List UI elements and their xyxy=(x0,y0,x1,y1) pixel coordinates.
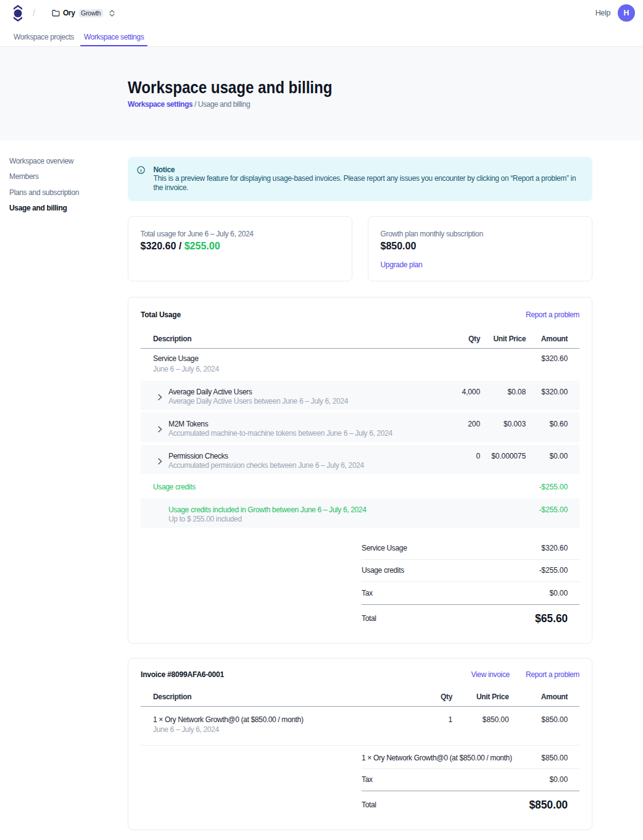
chevron-cell xyxy=(141,388,168,401)
column-qty: Qty xyxy=(403,692,452,701)
workspace-switcher[interactable]: Ory Growth xyxy=(52,9,115,17)
content: Notice This is a preview feature for dis… xyxy=(128,141,592,840)
ory-logo[interactable] xyxy=(14,5,22,22)
plan-stat-value: $850.00 xyxy=(381,239,581,253)
usage-credit-value: $255.00 xyxy=(185,241,220,251)
total-amount: $65.60 xyxy=(535,611,568,626)
summary-row-tax: Tax $0.00 xyxy=(362,582,579,605)
invoice-table-header: Description Qty Unit Price Amount xyxy=(141,688,579,707)
row-title: Permission Checks xyxy=(168,452,431,461)
row-unit-price: $0.003 xyxy=(480,420,526,429)
service-usage-row: Service Usage June 6 – July 6, 2024 $320… xyxy=(141,349,579,381)
page-header-band: Workspace usage and billing Workspace se… xyxy=(0,47,643,141)
total-usage-card: Total Usage Report a problem Description… xyxy=(128,297,592,644)
row-qty: 1 xyxy=(403,715,452,725)
summary-amount: $0.00 xyxy=(549,775,568,784)
folder-icon xyxy=(52,9,60,17)
total-label: Total xyxy=(362,614,376,623)
total-amount: $850.00 xyxy=(529,797,568,812)
row-title: Average Daily Active Users xyxy=(168,388,431,397)
row-amount: $320.00 xyxy=(526,388,568,397)
row-qty: 4,000 xyxy=(431,388,480,397)
usage-table-header: Description Qty Unit Price Amount xyxy=(141,330,579,349)
row-amount: -$255.00 xyxy=(526,505,568,515)
summary-amount: $850.00 xyxy=(541,754,568,762)
line-item-row-permission-checks[interactable]: Permission Checks Accumulated permission… xyxy=(141,445,579,474)
tab-workspace-settings[interactable]: Workspace settings xyxy=(80,26,147,46)
summary-amount: $0.00 xyxy=(549,589,568,597)
row-title: Usage credits included in Growth between… xyxy=(168,505,526,515)
column-description: Description xyxy=(141,692,403,701)
summary-row-service-usage: Service Usage $320.60 xyxy=(362,537,579,560)
usage-credits-row: Usage credits -$255.00 xyxy=(141,477,579,499)
invoice-card-title: Invoice #8099AFA6-0001 xyxy=(141,670,224,679)
total-usage-stat-value: $320.60 / $255.00 xyxy=(141,239,341,253)
plan-badge: Growth xyxy=(79,9,103,17)
breadcrumb-current: Usage and billing xyxy=(198,100,250,109)
topbar-separator: / xyxy=(33,8,35,18)
stat-cards-row: Total usage for June 6 – July 6, 2024 $3… xyxy=(128,216,592,281)
total-usage-card-title: Total Usage xyxy=(141,310,181,319)
row-subtitle: Up to $ 255.00 included xyxy=(168,515,526,524)
report-a-problem-link[interactable]: Report a problem xyxy=(526,670,579,679)
sidenav: Workspace overview Members Plans and sub… xyxy=(9,141,128,216)
row-amount: $850.00 xyxy=(509,715,568,725)
summary-label: Tax xyxy=(362,589,373,597)
total-usage-stat-label: Total usage for June 6 – July 6, 2024 xyxy=(141,229,341,239)
row-title: 1 × Ory Network Growth@0 (at $850.00 / m… xyxy=(153,715,403,725)
row-subtitle: Average Daily Active Users between June … xyxy=(168,397,431,406)
breadcrumb-link-workspace-settings[interactable]: Workspace settings xyxy=(128,100,193,109)
row-title: Service Usage xyxy=(153,354,431,364)
avatar-initial: H xyxy=(623,9,629,17)
upgrade-plan-link[interactable]: Upgrade plan xyxy=(381,260,423,270)
chevron-right-icon xyxy=(158,426,162,433)
line-item-row-adau[interactable]: Average Daily Active Users Average Daily… xyxy=(141,381,579,410)
row-amount: $0.00 xyxy=(526,452,568,461)
workspace-name: Ory xyxy=(63,9,75,17)
column-description: Description xyxy=(141,335,431,343)
help-link[interactable]: Help xyxy=(595,9,610,17)
topbar: / Ory Growth Help H xyxy=(0,0,643,26)
sidebar-item-members[interactable]: Members xyxy=(9,169,128,185)
summary-label: Usage credits xyxy=(362,566,404,575)
row-unit-price: $0.08 xyxy=(480,388,526,397)
total-usage-stat-card: Total usage for June 6 – July 6, 2024 $3… xyxy=(128,216,352,281)
report-a-problem-link[interactable]: Report a problem xyxy=(526,310,579,319)
total-label: Total xyxy=(362,800,376,809)
unfold-icon xyxy=(109,10,115,17)
breadcrumb: Workspace settings / Usage and billing xyxy=(128,100,592,109)
column-amount: Amount xyxy=(509,692,568,701)
plan-stat-card: Growth plan monthly subscription $850.00… xyxy=(368,216,592,281)
sidebar-item-plans-and-subscription[interactable]: Plans and subscription xyxy=(9,185,128,201)
row-subtitle: Accumulated permission checks between Ju… xyxy=(168,461,431,470)
total-usage-card-head: Total Usage Report a problem xyxy=(128,310,592,320)
sidebar-item-workspace-overview[interactable]: Workspace overview xyxy=(9,153,128,169)
summary-row-tax: Tax $0.00 xyxy=(362,769,579,792)
row-amount: $320.60 xyxy=(526,354,568,364)
tabbar: Workspace projects Workspace settings xyxy=(0,26,643,47)
topbar-right: Help H xyxy=(595,4,635,22)
row-unit-price: $0.000075 xyxy=(480,452,526,461)
row-unit-price: $850.00 xyxy=(452,715,509,725)
summary-row-total: Total $65.60 xyxy=(362,605,579,626)
info-icon xyxy=(137,166,145,174)
view-invoice-link[interactable]: View invoice xyxy=(471,670,510,679)
summary-label: Service Usage xyxy=(362,544,407,552)
line-item-row-m2m[interactable]: M2M Tokens Accumulated machine-to-machin… xyxy=(141,413,579,442)
main: Workspace overview Members Plans and sub… xyxy=(0,141,643,840)
plan-stat-label: Growth plan monthly subscription xyxy=(381,229,581,239)
summary-row-item: 1 × Ory Network Growth@0 (at $850.00 / m… xyxy=(362,746,579,769)
chevron-right-icon xyxy=(158,394,162,401)
column-amount: Amount xyxy=(526,335,568,343)
invoice-card: Invoice #8099AFA6-0001 View invoice Repo… xyxy=(128,658,592,831)
row-title: Usage credits xyxy=(141,482,526,492)
column-unit-price: Unit Price xyxy=(452,692,509,701)
sidebar-item-usage-and-billing[interactable]: Usage and billing xyxy=(9,201,128,217)
tab-workspace-projects[interactable]: Workspace projects xyxy=(10,26,78,46)
avatar[interactable]: H xyxy=(618,4,635,22)
summary-amount: -$255.00 xyxy=(539,566,568,575)
column-unit-price: Unit Price xyxy=(480,335,526,343)
row-amount: $0.60 xyxy=(526,420,568,429)
invoice-table: Description Qty Unit Price Amount 1 × Or… xyxy=(141,688,579,746)
usage-credits-detail-row: Usage credits included in Growth between… xyxy=(141,499,579,528)
